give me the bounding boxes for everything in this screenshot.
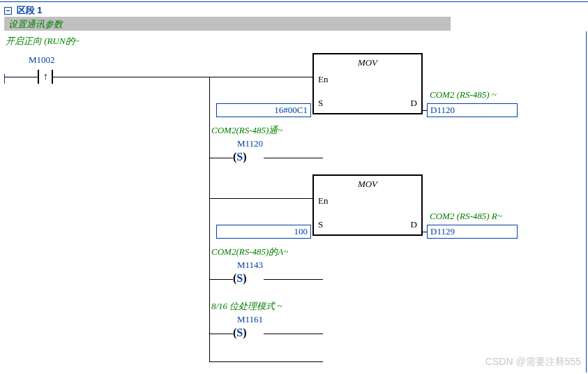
set-coil-1[interactable]: (S) <box>233 151 247 163</box>
set-coil-3[interactable]: (S) <box>233 327 247 339</box>
mov1-dest-output[interactable]: D1120 <box>427 103 518 117</box>
mov2-s-label: S <box>318 219 323 230</box>
wire <box>209 198 312 199</box>
mov2-en-label: En <box>318 195 328 207</box>
mov1-en-label: En <box>318 74 328 85</box>
branch-line <box>209 77 210 361</box>
section-comment: 设置通讯参数 <box>4 17 451 31</box>
coil3-comment: 8/16 位处理模式 ~ <box>211 300 282 313</box>
coil1-address: M1120 <box>237 138 263 149</box>
wire <box>209 361 323 362</box>
section-header[interactable]: − 区段 1 <box>4 4 42 17</box>
wire <box>423 110 427 111</box>
mov-instruction-1[interactable]: MOV En S D <box>312 53 423 114</box>
top-border <box>0 1 588 2</box>
mov1-source-input[interactable]: 16#00C1 <box>216 103 311 117</box>
set-coil-2[interactable]: (S) <box>233 272 247 285</box>
mov1-dest-comment: COM2 (RS-485) ~ <box>430 89 497 100</box>
coil3-address: M1161 <box>237 314 263 325</box>
watermark: CSDN @需要注释555 <box>485 356 581 368</box>
wire <box>209 334 233 334</box>
contact-comment: 开启正向 (RUN的~ <box>6 35 80 47</box>
up-arrow-icon: ↑ <box>43 70 48 83</box>
coil2-address: M1143 <box>237 260 263 271</box>
mov2-title: MOV <box>314 176 421 194</box>
mov2-dest-comment: COM2 (RS-485) R~ <box>430 211 502 222</box>
mov2-d-label: D <box>411 219 417 230</box>
mov-instruction-2[interactable]: MOV En S D <box>312 174 423 236</box>
left-rail <box>4 74 5 84</box>
coil2-comment: COM2(RS-485)的A~ <box>211 246 288 258</box>
mov2-dest-output[interactable]: D1129 <box>427 225 518 239</box>
coil1-comment: COM2(RS-485)通~ <box>211 124 282 137</box>
mov1-d-label: D <box>411 98 417 109</box>
wire <box>423 232 427 232</box>
wire <box>264 158 323 158</box>
right-rail <box>586 31 587 373</box>
wire <box>4 77 38 77</box>
wire <box>53 77 312 77</box>
wire <box>264 334 323 334</box>
collapse-icon[interactable]: − <box>4 7 12 15</box>
mov1-s-label: S <box>318 98 323 109</box>
section-label: 区段 1 <box>17 5 43 15</box>
contact-address: M1002 <box>29 54 55 66</box>
mov1-title: MOV <box>314 54 421 73</box>
wire <box>209 279 233 280</box>
mov2-source-input[interactable]: 100 <box>216 225 311 239</box>
wire <box>264 279 323 280</box>
wire <box>209 158 233 158</box>
